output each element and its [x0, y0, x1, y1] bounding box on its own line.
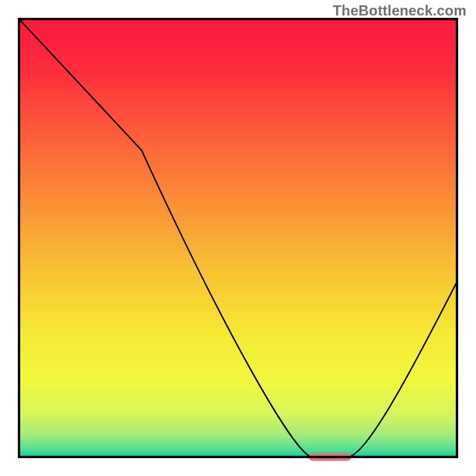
plot-background [19, 19, 457, 457]
chart-container: TheBottleneck.com [0, 0, 476, 476]
bottleneck-chart [0, 0, 476, 476]
watermark-text: TheBottleneck.com [333, 2, 466, 19]
